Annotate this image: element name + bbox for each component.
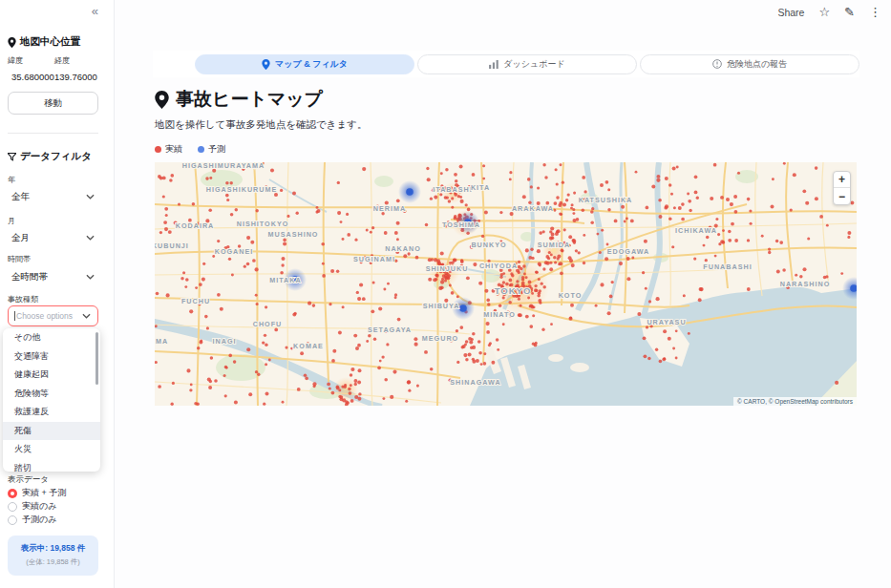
lat-input[interactable]: 35.680000 xyxy=(11,72,54,82)
record-count-box: 表示中: 19,858 件 (全体: 19,858 件) xyxy=(8,536,98,576)
main-content: マップ & フィルタ ダッシュボード 危険地点の報告 事故ヒートマップ 地図を操… xyxy=(115,0,891,588)
map-place-label: CHIYODA xyxy=(479,262,518,270)
dropdown-option[interactable]: 危険物等 xyxy=(3,385,100,404)
accident-type-dropdown: その他 交通障害 健康起因 危険物等 救護違反 死傷 火災 踏切 xyxy=(3,328,100,472)
map-place-label: ITABASHI xyxy=(433,185,472,194)
dropdown-option[interactable]: 踏切 xyxy=(3,459,100,472)
dropdown-option[interactable]: 交通障害 xyxy=(3,347,100,367)
month-select[interactable]: 全月 xyxy=(11,232,30,244)
tab-strip: マップ & フィルタ ダッシュボード 危険地点の報告 xyxy=(153,51,859,77)
map-place-label: SETAGAYA xyxy=(368,326,412,334)
tab-dashboard[interactable]: ダッシュボード xyxy=(417,54,637,74)
zoom-in-button[interactable]: + xyxy=(834,172,850,188)
dropdown-option[interactable]: 火災 xyxy=(3,440,100,459)
map-place-label: KATSUSHIKA xyxy=(579,196,633,204)
map-place-label: NAKANO xyxy=(385,244,421,253)
map-attribution[interactable]: © CARTO, © OpenStreetMap contributors xyxy=(733,397,857,406)
radio-predicted-only[interactable]: 予測のみ xyxy=(8,514,56,526)
dropdown-scrollbar[interactable] xyxy=(95,332,98,385)
lat-label: 緯度 xyxy=(8,55,23,66)
radio-icon xyxy=(8,502,17,512)
map-place-label: MINATO xyxy=(483,310,516,319)
hour-select[interactable]: 全時間帯 xyxy=(11,271,48,284)
map-place-label: CHOFU xyxy=(253,320,283,328)
map-zoom-control: + − xyxy=(833,171,851,205)
map-place-label: MEGURO xyxy=(422,334,458,343)
map-place-label: HIGASHIMURAYAMA xyxy=(182,162,265,170)
legend-dot-predicted xyxy=(198,146,204,153)
map-place-label: KOGANEI xyxy=(215,247,254,256)
year-label: 年 xyxy=(8,175,15,185)
alert-circle-icon xyxy=(712,59,722,69)
app-toolbar: Share ☆ ✎ ⋮ xyxy=(777,6,881,18)
radio-icon xyxy=(8,515,17,525)
dropdown-option[interactable]: その他 xyxy=(3,328,100,347)
map-place-label: NERIMA xyxy=(373,204,406,213)
lng-input[interactable]: 139.76000 xyxy=(54,72,97,82)
zoom-out-button[interactable]: − xyxy=(834,188,850,204)
radio-actual-only[interactable]: 実績のみ xyxy=(8,500,56,513)
map-place-label: TAMA xyxy=(155,337,168,346)
legend-item-actual: 実績 xyxy=(155,143,182,156)
chevron-down-icon[interactable] xyxy=(86,274,95,280)
map-place-label: SUGINAMI xyxy=(353,255,395,263)
map-place-label: SHIBUYA xyxy=(423,302,460,310)
star-icon[interactable]: ☆ xyxy=(818,6,830,18)
map-place-label: EDOGAWA xyxy=(607,247,650,256)
map-place-label: KOKUBUNJI xyxy=(155,242,189,250)
map-place-label: MITAKA xyxy=(269,276,301,284)
page-title: 事故ヒートマップ xyxy=(155,87,323,112)
dropdown-option[interactable]: 救護違反 xyxy=(3,403,100,422)
map-place-label: KOMAE xyxy=(293,342,324,350)
dropdown-option[interactable]: 健康起因 xyxy=(3,366,100,385)
month-label: 月 xyxy=(8,216,15,226)
map-place-label: TOSHIMA xyxy=(442,220,480,229)
total-count: (全体: 19,858 件) xyxy=(8,557,98,567)
page-subtitle: 地図を操作して事故多発地点を確認できます。 xyxy=(155,118,367,132)
chevron-down-icon[interactable] xyxy=(82,313,91,319)
map-place-label: SHINJUKU xyxy=(426,264,469,273)
sidebar-collapse-icon[interactable]: « xyxy=(92,4,98,18)
dropdown-option[interactable]: 死傷 xyxy=(3,422,100,441)
chevron-down-icon[interactable] xyxy=(86,194,95,200)
kebab-menu-icon[interactable]: ⋮ xyxy=(869,6,881,18)
multiselect-placeholder: Choose options xyxy=(14,311,73,321)
map-place-label: SUMIDA xyxy=(538,241,570,249)
radio-icon xyxy=(8,489,17,498)
map-place-label: KITA xyxy=(471,183,490,192)
hour-label: 時間帯 xyxy=(8,254,31,264)
radio-actual-plus-predicted[interactable]: 実績 + 予測 xyxy=(8,487,66,499)
map-legend: 実績 予測 xyxy=(155,143,225,156)
map-place-label: TOKYO xyxy=(495,285,532,296)
map-place-label: HIGASHIKURUME xyxy=(206,185,278,194)
pin-icon xyxy=(262,59,270,70)
map-place-label: KOTO xyxy=(559,291,583,300)
heatmap-canvas[interactable]: HIGASHIMURAYAMAHIGASHIKURUMEITABASHIKITA… xyxy=(155,162,857,406)
map-place-label: BUNKYO xyxy=(471,241,506,249)
map-place-label: FUNABASHI xyxy=(703,262,752,271)
sidebar: « 地図中心位置 緯度 経度 35.680000 139.76000 移動 デー… xyxy=(0,0,115,588)
filter-icon xyxy=(8,153,16,161)
edit-icon[interactable]: ✎ xyxy=(844,6,855,18)
accident-type-label: 事故種類 xyxy=(8,294,38,304)
chevron-down-icon[interactable] xyxy=(86,235,95,241)
move-button[interactable]: 移動 xyxy=(8,92,98,115)
tab-map-and-filter[interactable]: マップ & フィルタ xyxy=(195,54,414,74)
bar-chart-icon xyxy=(489,60,499,69)
display-data-label: 表示データ xyxy=(8,474,49,486)
pin-icon xyxy=(155,91,169,109)
legend-item-predicted: 予測 xyxy=(198,143,225,156)
map-place-label: FUCHU xyxy=(181,297,210,305)
tab-danger-report[interactable]: 危険地点の報告 xyxy=(640,54,859,74)
data-filter-section-title: データフィルタ xyxy=(8,150,92,163)
share-button[interactable]: Share xyxy=(777,7,804,18)
app-window: « 地図中心位置 緯度 経度 35.680000 139.76000 移動 デー… xyxy=(0,0,891,588)
map-place-label: NARASHINO xyxy=(780,280,831,288)
map-place-label: URAYASU xyxy=(647,318,686,326)
lng-label: 経度 xyxy=(54,55,70,66)
map-place-label: KODAIRA xyxy=(176,221,215,230)
year-select[interactable]: 全年 xyxy=(11,191,30,203)
map-center-section-title: 地図中心位置 xyxy=(8,35,80,49)
map-place-label: ICHIKAWA xyxy=(675,226,717,235)
accident-type-multiselect[interactable]: Choose options xyxy=(8,305,98,326)
